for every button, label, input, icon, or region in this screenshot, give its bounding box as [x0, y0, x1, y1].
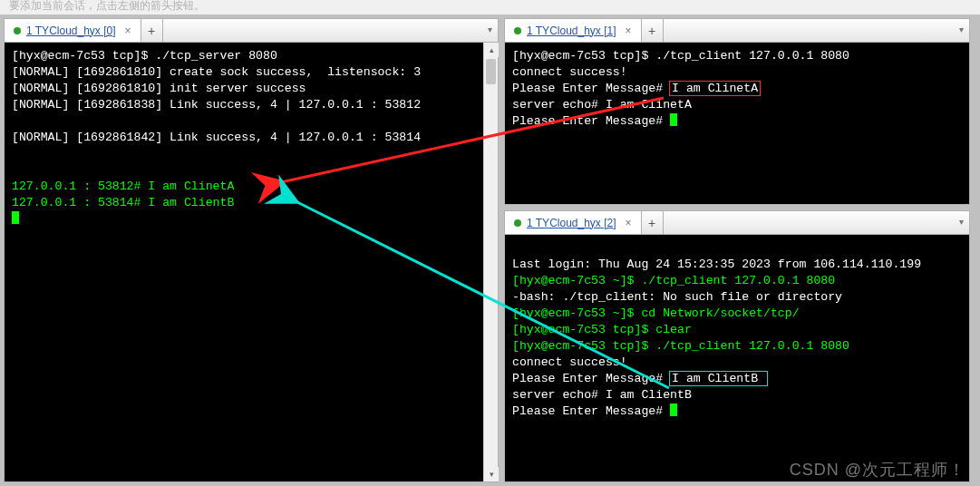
status-dot-icon	[514, 27, 521, 34]
pane-client-a: 1 TYCloud_hyx [1] × + ▾ [hyx@ecm-7c53 tc…	[504, 18, 970, 205]
add-tab-button[interactable]: +	[642, 211, 664, 234]
status-dot-icon	[514, 219, 521, 227]
tab-title: 1 TYCloud_hyx [0]	[26, 24, 116, 37]
line: [hyx@ecm-7c53 tcp]$ ./tcp_server 8080	[12, 49, 277, 63]
add-tab-button[interactable]: +	[642, 19, 664, 42]
close-icon[interactable]: ×	[125, 25, 131, 36]
line: Please Enter Message#	[512, 82, 670, 95]
tab-title: 1 TYCloud_hyx [2]	[527, 217, 616, 229]
tabbar-br: 1 TYCloud_hyx [2] × + ▾	[505, 211, 969, 235]
line: connect success!	[512, 355, 627, 369]
tab-client-b[interactable]: 1 TYCloud_hyx [2] ×	[505, 211, 642, 234]
terminal-client-a[interactable]: [hyx@ecm-7c53 tcp]$ ./tcp_client 127.0.0…	[505, 43, 969, 204]
scroll-down-icon[interactable]: ▾	[484, 467, 499, 481]
toolbar-hint: 要添加当前会话，点击左侧的箭头按钮。	[9, 0, 205, 14]
line: [hyx@ecm-7c53 tcp]$ ./tcp_client 127.0.0…	[512, 339, 849, 353]
line: server echo# I am ClinetA	[512, 98, 692, 112]
line: [NORMAL] [1692861810] init server succes…	[12, 82, 306, 95]
scroll-up-icon[interactable]: ▴	[484, 43, 499, 57]
tab-server[interactable]: 1 TYCloud_hyx [0] ×	[5, 19, 141, 42]
terminal-server[interactable]: [hyx@ecm-7c53 tcp]$ ./tcp_server 8080 [N…	[5, 43, 498, 481]
line: server echo# I am ClientB	[512, 388, 692, 402]
pane-server: 1 TYCloud_hyx [0] × + ▾ [hyx@ecm-7c53 tc…	[4, 18, 499, 482]
status-dot-icon	[14, 27, 21, 34]
cursor-icon	[12, 211, 19, 224]
line: -bash: ./tcp_client: No such file or dir…	[512, 290, 842, 304]
highlight-input-b: I am ClientB	[670, 372, 767, 385]
line: 127.0.0.1 : 53812# I am ClinetA	[12, 180, 234, 193]
close-icon[interactable]: ×	[626, 25, 632, 36]
line: [hyx@ecm-7c53 tcp]$ ./tcp_client 127.0.0…	[512, 49, 849, 63]
line: [NORMAL] [1692861842] Link success, 4 | …	[12, 131, 421, 144]
line: Please Enter Message#	[512, 114, 670, 128]
scroll-thumb[interactable]	[486, 59, 496, 84]
tabs-dropdown-icon[interactable]: ▾	[488, 24, 492, 34]
close-icon[interactable]: ×	[626, 218, 632, 228]
scrollbar[interactable]: ▴ ▾	[483, 43, 498, 481]
line: Last login: Thu Aug 24 15:23:35 2023 fro…	[512, 258, 921, 271]
line: 127.0.0.1 : 53814# I am ClientB	[12, 196, 234, 209]
tabbar-tr: 1 TYCloud_hyx [1] × + ▾	[505, 19, 969, 43]
line: Please Enter Message#	[512, 404, 670, 418]
workspace: 1 TYCloud_hyx [0] × + ▾ [hyx@ecm-7c53 tc…	[0, 15, 980, 486]
tabs-dropdown-icon[interactable]: ▾	[959, 24, 964, 34]
line: connect success!	[512, 65, 627, 79]
line: [hyx@ecm-7c53 ~]$ cd Network/socket/tcp/	[512, 306, 800, 320]
tabbar-left: 1 TYCloud_hyx [0] × + ▾	[5, 19, 498, 43]
tab-title: 1 TYCloud_hyx [1]	[527, 24, 616, 37]
cursor-icon	[670, 403, 677, 416]
tabs-dropdown-icon[interactable]: ▾	[959, 217, 964, 227]
cursor-icon	[670, 113, 677, 126]
scroll-track[interactable]	[484, 57, 498, 467]
line: Please Enter Message#	[512, 372, 670, 385]
highlight-input-a: I am ClinetA	[670, 82, 760, 95]
tab-client-a[interactable]: 1 TYCloud_hyx [1] ×	[505, 19, 642, 42]
pane-client-b: 1 TYCloud_hyx [2] × + ▾ Last login: Thu …	[504, 210, 970, 482]
terminal-client-b[interactable]: Last login: Thu Aug 24 15:23:35 2023 fro…	[505, 235, 969, 481]
line: [hyx@ecm-7c53 ~]$ ./tcp_client 127.0.0.1…	[512, 274, 835, 287]
line: [NORMAL] [1692861838] Link success, 4 | …	[12, 98, 421, 112]
line: [NORMAL] [1692861810] create sock succes…	[12, 65, 421, 79]
add-tab-button[interactable]: +	[141, 19, 163, 42]
line: [hyx@ecm-7c53 tcp]$ clear	[512, 323, 692, 336]
